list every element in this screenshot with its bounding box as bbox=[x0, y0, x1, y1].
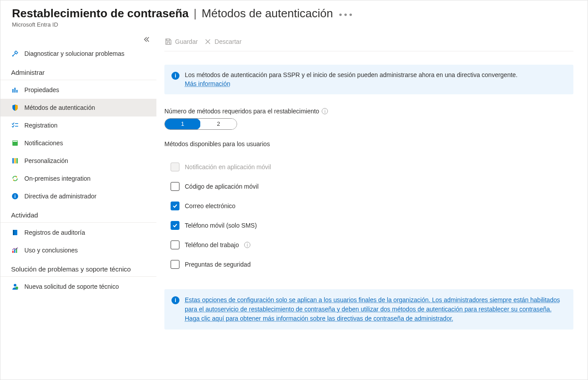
info-banner-text: Los métodos de autenticación para SSPR y… bbox=[185, 71, 518, 88]
checkbox-label: Teléfono del trabajo bbox=[185, 241, 239, 248]
available-methods-list: Notificación en aplicación móvil Código … bbox=[164, 157, 573, 274]
svg-rect-15 bbox=[12, 251, 14, 253]
overflow-menu-icon[interactable]: ● ● ● bbox=[339, 11, 353, 18]
page-title: Restablecimiento de contraseña | Métodos… bbox=[12, 7, 576, 20]
sidebar-section-support: Solución de problemas y soporte técnico bbox=[0, 259, 156, 277]
info-banner: i Los métodos de autenticación para SSPR… bbox=[164, 65, 573, 94]
title-main: Restablecimiento de contraseña bbox=[12, 7, 189, 20]
svg-rect-7 bbox=[13, 141, 17, 142]
checkbox-row-email: Correo electrónico bbox=[171, 196, 573, 216]
save-icon bbox=[164, 38, 172, 46]
checkbox-label: Notificación en aplicación móvil bbox=[185, 163, 271, 171]
page-subtitle: Microsoft Entra ID bbox=[12, 21, 576, 28]
sidebar-item-label: Nueva solicitud de soporte técnico bbox=[24, 283, 119, 290]
checkbox-office-phone[interactable] bbox=[171, 240, 179, 249]
chevron-double-left-icon bbox=[143, 36, 150, 43]
sidebar-item-label: Registration bbox=[24, 122, 58, 129]
sidebar-item-properties[interactable]: Propiedades bbox=[0, 81, 156, 99]
chart-icon bbox=[11, 246, 19, 254]
title-separator: | bbox=[194, 7, 197, 20]
svg-point-18 bbox=[14, 284, 16, 287]
checkbox-label: Correo electrónico bbox=[185, 202, 235, 209]
sidebar-item-label: Diagnosticar y solucionar problemas bbox=[24, 50, 125, 57]
sidebar-item-onprem[interactable]: On-premises integration bbox=[0, 170, 156, 187]
sidebar-item-new-request[interactable]: Nueva solicitud de soporte técnico bbox=[0, 278, 156, 295]
checkbox-mobile-phone[interactable] bbox=[171, 221, 179, 230]
sidebar-item-label: Directiva de administrador bbox=[24, 193, 97, 200]
notebook-icon bbox=[11, 229, 19, 237]
sidebar-item-label: Notificaciones bbox=[24, 140, 63, 147]
info-icon: i bbox=[11, 192, 19, 200]
svg-rect-2 bbox=[15, 88, 16, 93]
sidebar-item-personalization[interactable]: Personalización bbox=[0, 152, 156, 170]
pill-option-1[interactable]: 1 bbox=[164, 118, 201, 130]
checkbox-row-mobile-app-notification: Notificación en aplicación móvil bbox=[171, 157, 573, 177]
check-icon bbox=[172, 223, 178, 228]
toolbar: Guardar Descartar bbox=[164, 32, 573, 51]
methods-required-label: Número de métodos requeridos para el res… bbox=[164, 108, 573, 115]
support-person-icon bbox=[11, 283, 19, 291]
pill-option-2[interactable]: 2 bbox=[200, 119, 237, 129]
checkbox-row-mobile-app-code: Código de aplicación móvil bbox=[171, 177, 573, 196]
sidebar-item-audit-logs[interactable]: Registros de auditoría bbox=[0, 224, 156, 241]
sidebar-item-diagnose[interactable]: Diagnosticar y solucionar problemas bbox=[0, 45, 156, 62]
svg-rect-3 bbox=[16, 90, 18, 93]
sidebar-item-label: Propiedades bbox=[24, 86, 59, 93]
sidebar-item-admin-policy[interactable]: i Directiva de administrador bbox=[0, 187, 156, 205]
save-button[interactable]: Guardar bbox=[164, 38, 198, 46]
sidebar-item-label: Personalización bbox=[24, 157, 68, 164]
svg-rect-16 bbox=[14, 249, 16, 253]
checkbox-label: Teléfono móvil (solo SMS) bbox=[185, 222, 257, 229]
checkbox-label: Código de aplicación móvil bbox=[185, 183, 259, 190]
bars-icon bbox=[11, 86, 19, 94]
sidebar-item-notifications[interactable]: Notificaciones bbox=[0, 134, 156, 152]
checkbox-mobile-app-notification bbox=[171, 163, 179, 171]
discard-button[interactable]: Descartar bbox=[204, 38, 241, 46]
available-methods-label: Métodos disponibles para los usuarios bbox=[164, 140, 573, 147]
checkbox-label: Preguntas de seguridad bbox=[185, 261, 251, 268]
svg-rect-8 bbox=[12, 158, 14, 163]
bottom-info-banner: i Estas opciones de configuración solo s… bbox=[164, 289, 573, 330]
svg-rect-1 bbox=[12, 89, 14, 93]
svg-rect-9 bbox=[15, 158, 16, 163]
color-bars-icon bbox=[11, 157, 19, 165]
svg-point-19 bbox=[16, 287, 18, 289]
sidebar: Diagnosticar y solucionar problemas Admi… bbox=[0, 32, 156, 380]
info-tooltip-icon[interactable]: i bbox=[322, 108, 328, 114]
methods-required-pill[interactable]: 1 2 bbox=[164, 118, 237, 130]
checkbox-row-mobile-phone: Teléfono móvil (solo SMS) bbox=[171, 216, 573, 235]
checkbox-mobile-app-code[interactable] bbox=[171, 182, 179, 191]
check-icon bbox=[172, 203, 178, 209]
info-icon: i bbox=[171, 296, 179, 304]
svg-text:i: i bbox=[15, 194, 16, 199]
title-sub: Métodos de autenticación bbox=[202, 7, 333, 20]
svg-rect-14 bbox=[13, 230, 14, 235]
page-header: Restablecimiento de contraseña | Métodos… bbox=[0, 0, 588, 32]
sidebar-item-auth-methods[interactable]: Métodos de autenticación bbox=[0, 99, 156, 116]
shield-icon bbox=[11, 104, 19, 112]
checkbox-row-office-phone: Teléfono del trabajo i bbox=[171, 235, 573, 255]
sync-icon bbox=[11, 174, 19, 182]
sidebar-item-label: Registros de auditoría bbox=[24, 229, 85, 236]
sidebar-section-manage: Administrar bbox=[0, 62, 156, 80]
checklist-icon bbox=[11, 121, 19, 129]
checkbox-email[interactable] bbox=[171, 202, 179, 210]
sidebar-item-label: Métodos de autenticación bbox=[24, 104, 95, 111]
svg-rect-10 bbox=[16, 158, 18, 163]
save-button-label: Guardar bbox=[175, 38, 198, 45]
main-content: Guardar Descartar i Los métodos de auten… bbox=[156, 32, 588, 380]
wrench-icon bbox=[11, 50, 19, 58]
info-tooltip-icon[interactable]: i bbox=[244, 242, 250, 248]
info-icon: i bbox=[171, 72, 179, 80]
svg-point-0 bbox=[12, 55, 14, 57]
sidebar-item-registration[interactable]: Registration bbox=[0, 116, 156, 134]
info-banner-link[interactable]: Más información bbox=[185, 80, 230, 87]
bottom-info-link[interactable]: Estas opciones de configuración solo se … bbox=[185, 295, 566, 323]
book-icon bbox=[11, 139, 19, 147]
checkbox-row-security-questions: Preguntas de seguridad bbox=[171, 255, 573, 274]
sidebar-section-activity: Actividad bbox=[0, 205, 156, 223]
sidebar-item-usage[interactable]: Uso y conclusiones bbox=[0, 241, 156, 259]
close-icon bbox=[204, 38, 212, 46]
checkbox-security-questions[interactable] bbox=[171, 260, 179, 269]
sidebar-collapse-button[interactable] bbox=[0, 35, 156, 45]
